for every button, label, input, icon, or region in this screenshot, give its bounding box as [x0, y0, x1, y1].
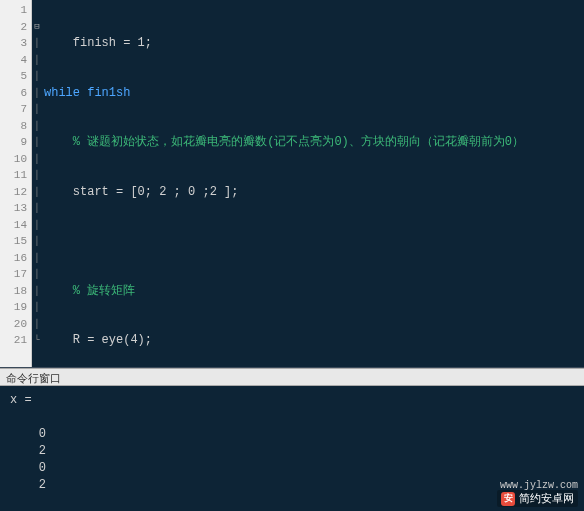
watermark-brand: 安 简约安卓网 [497, 490, 578, 507]
console-title-bar: 命令行窗口 [0, 368, 584, 386]
fold-toggle-icon[interactable]: ⊟ [32, 19, 42, 36]
line-number: 8 [0, 118, 27, 135]
code-line: start = [0; 2 ; 0 ;2 ]; [44, 184, 578, 201]
line-number: 3 [0, 35, 27, 52]
line-number: 18 [0, 283, 27, 300]
line-number: 19 [0, 299, 27, 316]
line-number: 1 [0, 2, 27, 19]
line-number: 11 [0, 167, 27, 184]
line-number: 14 [0, 217, 27, 234]
line-number: 15 [0, 233, 27, 250]
line-number: 9 [0, 134, 27, 151]
code-line-comment: % 旋转矩阵 [44, 283, 578, 300]
code-line: R = eye(4); [44, 332, 578, 349]
line-number: 21 [0, 332, 27, 349]
console-title: 命令行窗口 [6, 373, 61, 385]
console-var-name: x = [10, 393, 32, 407]
fold-column: ⊟ │ │ │ │ │ │ │ │ │ │ │ │ │ │ │ │ │ │ └ [32, 0, 42, 367]
code-content[interactable]: finish = 1; while fin1sh % 谜题初始状态，如花瓣电亮的… [42, 0, 584, 367]
line-number: 10 [0, 151, 27, 168]
line-number: 20 [0, 316, 27, 333]
line-number: 13 [0, 200, 27, 217]
code-editor[interactable]: 1 2 3 4 5 6 7 8 9 10 11 12 13 14 15 16 1… [0, 0, 584, 368]
line-number: 6 [0, 85, 27, 102]
code-line: while fin1sh [44, 85, 578, 102]
line-number: 12 [0, 184, 27, 201]
code-line [44, 233, 578, 250]
line-number: 7 [0, 101, 27, 118]
line-number: 5 [0, 68, 27, 85]
console-value: 0 [39, 427, 46, 441]
brand-name: 简约安卓网 [519, 491, 574, 506]
code-line: finish = 1; [44, 35, 578, 52]
android-icon: 安 [501, 492, 515, 506]
line-number: 17 [0, 266, 27, 283]
line-number: 16 [0, 250, 27, 267]
console-value: 2 [39, 444, 46, 458]
console-value: 0 [39, 461, 46, 475]
line-number: 2 [0, 19, 27, 36]
code-line-comment: % 谜题初始状态，如花瓣电亮的瓣数(记不点亮为0)、方块的朝向（记花瓣朝前为0） [44, 134, 578, 151]
console-value: 2 [39, 478, 46, 492]
line-number-gutter: 1 2 3 4 5 6 7 8 9 10 11 12 13 14 15 16 1… [0, 0, 32, 367]
line-number: 4 [0, 52, 27, 69]
